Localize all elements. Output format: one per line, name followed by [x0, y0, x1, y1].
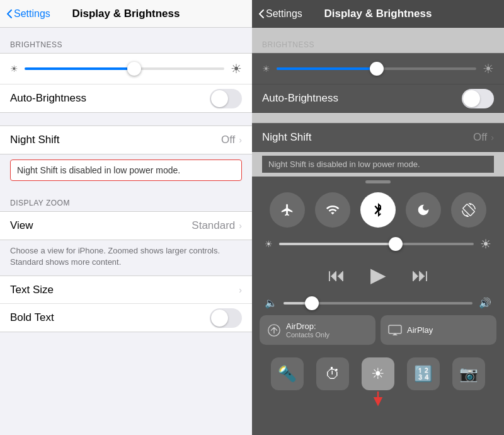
cc-airplay-label: AirPlay [407, 325, 433, 335]
left-auto-brightness-label: Auto-Brightness [10, 92, 210, 105]
cc-timer-icon: ⏱ [325, 365, 340, 383]
right-brightness-low-icon: ☀ [262, 64, 270, 74]
cc-brightness-thumb [389, 237, 403, 251]
left-brightness-slider-row[interactable]: ☀ ☀ [0, 54, 252, 84]
left-view-chevron: › [239, 221, 242, 231]
left-view-value: Standard [192, 219, 235, 232]
cc-rewind-button[interactable]: ⏮ [328, 265, 345, 286]
cc-timer-button[interactable]: ⏱ [316, 357, 349, 390]
cc-airdrop-sublabel: Contacts Only [286, 331, 329, 339]
cc-airplay-button[interactable]: AirPlay [381, 315, 496, 345]
left-display-zoom-section-label: DISPLAY ZOOM [0, 186, 252, 211]
left-night-shift-group: Night Shift Off › [0, 125, 252, 154]
cc-screen-brightness-button[interactable]: ☀ [362, 357, 394, 390]
cc-screen-brightness-icon: ☀ [371, 365, 385, 383]
control-center: ☀ ☀ ⏮ ▶ ⏭ 🔈 🔊 [252, 177, 504, 435]
right-brightness-fill [277, 67, 377, 70]
right-night-shift-group: Night Shift Off › [252, 123, 504, 152]
left-panel: Settings Display & Brightness BRIGHTNESS… [0, 0, 252, 435]
cc-do-not-disturb-button[interactable] [406, 192, 441, 228]
cc-airplay-text: AirPlay [407, 325, 433, 335]
right-night-shift-label: Night Shift [262, 131, 473, 144]
cc-play-button[interactable]: ▶ [370, 263, 386, 287]
left-brightness-track[interactable] [25, 67, 224, 70]
cc-airdrop-button[interactable]: AirDrop: Contacts Only [260, 315, 375, 345]
cc-brightness-track[interactable] [279, 243, 474, 245]
left-header: Settings Display & Brightness [0, 0, 252, 28]
cc-bluetooth-button[interactable] [360, 192, 396, 228]
left-night-shift-row[interactable]: Night Shift Off › [0, 126, 252, 154]
cc-media-row: ⏮ ▶ ⏭ [252, 255, 504, 294]
left-bold-text-label: Bold Text [10, 311, 210, 324]
cc-airdrop-text: AirDrop: Contacts Only [286, 322, 329, 339]
right-brightness-high-icon: ☀ [483, 61, 494, 76]
cc-airplane-button[interactable] [270, 192, 305, 228]
brightness-high-icon: ☀ [231, 61, 242, 76]
cc-wifi-button[interactable] [315, 192, 350, 228]
right-brightness-slider-row[interactable]: ☀ ☀ [252, 54, 504, 84]
left-bold-text-toggle[interactable] [210, 308, 242, 328]
brightness-low-icon: ☀ [10, 64, 18, 74]
right-night-shift-row[interactable]: Night Shift Off › [252, 124, 504, 151]
red-arrow-indicator [369, 392, 387, 407]
cc-brightness-high-icon: ☀ [480, 236, 491, 252]
right-brightness-thumb [370, 62, 384, 76]
left-brightness-group: ☀ ☀ Auto-Brightness [0, 53, 252, 113]
left-text-size-label: Text Size [10, 284, 239, 296]
cc-bottom-icons-row: 🔦 ⏱ ☀ 🔢 [252, 351, 504, 397]
left-bold-text-thumb [211, 310, 228, 327]
left-brightness-section-label: BRIGHTNESS [0, 28, 252, 53]
left-zoom-description: Choose a view for iPhone. Zoomed shows l… [0, 240, 252, 276]
cc-buttons-row [252, 187, 504, 233]
cc-volume-low-icon: 🔈 [265, 297, 277, 309]
left-text-group: Text Size › Bold Text [0, 276, 252, 332]
right-header: Settings Display & Brightness [252, 0, 504, 28]
left-auto-brightness-toggle[interactable] [210, 89, 242, 108]
svg-rect-1 [389, 325, 401, 334]
left-night-shift-label: Night Shift [10, 134, 221, 146]
right-night-shift-chevron: › [491, 132, 494, 142]
cc-calculator-button[interactable]: 🔢 [407, 357, 440, 390]
right-night-shift-note: Night Shift is disabled in low power mod… [262, 156, 494, 173]
left-night-shift-value: Off [221, 134, 235, 146]
right-back-button[interactable]: Settings [258, 8, 302, 20]
cc-rotation-lock-button[interactable] [451, 192, 486, 228]
cc-volume-row[interactable]: 🔈 🔊 [252, 294, 504, 311]
cc-airdrop-label: AirDrop: [286, 322, 329, 331]
cc-share-row: AirDrop: Contacts Only AirPlay [252, 311, 504, 349]
left-text-size-row[interactable]: Text Size › [0, 276, 252, 304]
left-view-row[interactable]: View Standard › [0, 212, 252, 240]
right-brightness-section-label: BRIGHTNESS [252, 28, 504, 53]
left-auto-brightness-thumb [211, 90, 228, 107]
right-brightness-group: ☀ ☀ Auto-Brightness [252, 53, 504, 113]
cc-brightness-low-icon: ☀ [265, 239, 273, 249]
right-auto-brightness-toggle[interactable] [462, 89, 494, 108]
left-night-shift-note: Night Shift is disabled in low power mod… [10, 160, 242, 181]
cc-fast-forward-button[interactable]: ⏭ [411, 265, 429, 286]
left-display-zoom-group: View Standard › [0, 211, 252, 240]
left-page-title: Display & Brightness [72, 8, 180, 20]
cc-brightness-fill [279, 243, 396, 245]
right-page-title: Display & Brightness [324, 8, 432, 20]
left-text-size-chevron: › [239, 285, 242, 295]
cc-volume-high-icon: 🔊 [479, 297, 491, 309]
cc-brightness-row[interactable]: ☀ ☀ [252, 233, 504, 255]
left-brightness-fill [25, 67, 134, 70]
left-view-label: View [10, 219, 192, 232]
cc-calculator-icon: 🔢 [414, 365, 433, 383]
left-night-shift-chevron: › [239, 135, 242, 145]
right-night-shift-value: Off [473, 131, 487, 144]
left-brightness-thumb [127, 62, 141, 76]
cc-volume-thumb [305, 296, 319, 310]
notch [365, 180, 391, 183]
cc-camera-button[interactable]: 📷 [452, 357, 485, 390]
cc-volume-track[interactable] [284, 302, 472, 304]
right-brightness-track[interactable] [277, 67, 476, 70]
notch-bar [252, 177, 504, 187]
right-auto-brightness-thumb [463, 90, 480, 107]
left-back-button[interactable]: Settings [6, 8, 50, 20]
cc-flashlight-icon: 🔦 [278, 365, 297, 383]
left-bold-text-row: Bold Text [0, 304, 252, 332]
cc-flashlight-button[interactable]: 🔦 [271, 357, 304, 390]
cc-camera-icon: 📷 [459, 365, 478, 383]
